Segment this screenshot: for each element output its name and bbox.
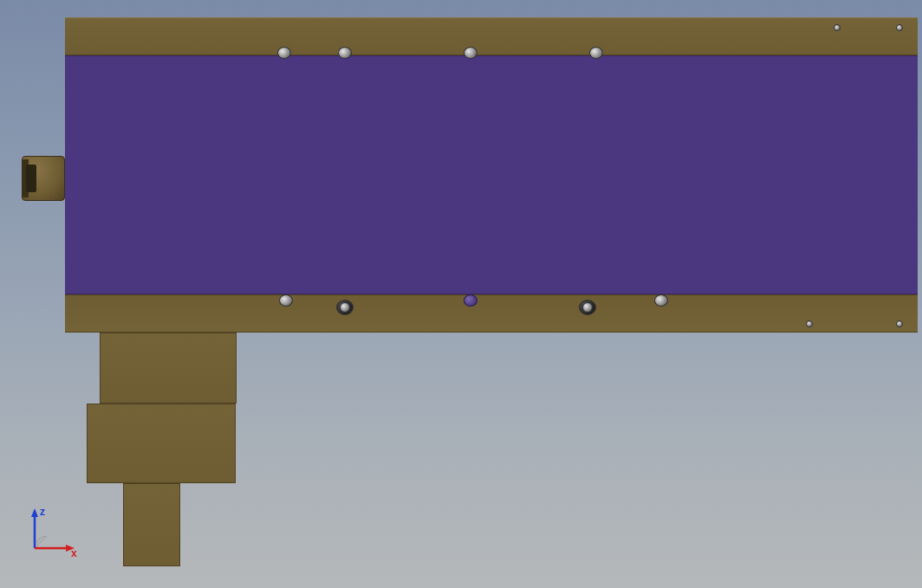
fastener-hole[interactable] [464,47,477,59]
fastener-hole[interactable] [806,320,813,327]
step-block-1[interactable] [100,333,237,404]
triad-origin-icon [35,536,47,548]
fastener-hole-inner [340,302,350,313]
fastener-hole[interactable] [834,24,841,31]
bottom-rail[interactable] [65,294,918,333]
fastener-hole[interactable] [896,24,903,31]
cad-3d-viewport[interactable]: z x [0,0,922,588]
left-shaft-bore [26,165,36,192]
fastener-hole[interactable] [896,320,903,327]
assembly-model[interactable] [0,0,922,588]
fastener-hole[interactable] [279,294,293,307]
step-block-2[interactable] [87,404,236,483]
x-axis-label: x [71,547,77,559]
main-panel[interactable] [65,55,918,294]
fastener-hole[interactable] [589,47,603,59]
fastener-hole[interactable] [277,47,291,59]
step-block-3[interactable] [123,483,180,566]
fastener-hole[interactable] [464,294,477,307]
view-triad[interactable]: z x [19,503,80,564]
fastener-hole[interactable] [338,47,352,59]
fastener-hole-inner [582,302,593,313]
z-axis-arrow [31,508,38,517]
z-axis-label: z [40,506,45,518]
top-rail[interactable] [65,17,918,55]
fastener-hole[interactable] [654,294,668,307]
